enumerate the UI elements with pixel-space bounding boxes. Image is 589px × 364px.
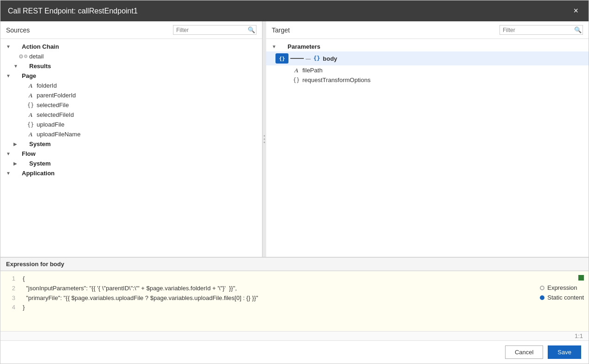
label-system-page: System: [29, 140, 51, 147]
svg-point-0: [264, 135, 265, 137]
label-parentFolderId: parentFolderId: [37, 92, 76, 99]
label-results: Results: [29, 63, 51, 70]
svg-point-2: [264, 142, 265, 143]
tree-item-flow[interactable]: Flow: [0, 149, 262, 159]
cancel-button[interactable]: Cancel: [505, 345, 543, 359]
tree-item-folderId[interactable]: A folderId: [0, 81, 262, 90]
tree-item-selectedFile[interactable]: {} selectedFile: [0, 100, 262, 110]
tree-item-requestTransformOptions[interactable]: {} requestTransformOptions: [266, 75, 589, 85]
label-application: Application: [22, 170, 55, 177]
dialog-title: Call REST Endpoint: callRestEndpoint1: [8, 7, 138, 15]
label-selectedFileId: selectedFileId: [37, 111, 74, 118]
label-requestTransformOptions: requestTransformOptions: [302, 77, 371, 83]
tree-item-action-chain[interactable]: Action Chain: [0, 42, 262, 51]
radio-static[interactable]: [540, 295, 544, 300]
label-body: body: [323, 55, 337, 62]
target-filter-wrap[interactable]: 🔍: [499, 25, 583, 35]
code-panel[interactable]: 1 { 2 "jsonInputParameters": "{{ '{ \"pa…: [0, 271, 589, 331]
arrow-application: [6, 171, 12, 176]
label-folderId: folderId: [37, 82, 57, 89]
expression-option-label: Expression: [547, 284, 577, 291]
main-area: Sources 🔍 Action Chain ⚙ detail: [0, 21, 589, 257]
radio-expression[interactable]: [540, 286, 544, 290]
title-bar: Call REST Endpoint: callRestEndpoint1 ×: [0, 0, 589, 21]
target-filter-input[interactable]: [503, 27, 572, 33]
target-title: Target: [272, 26, 290, 34]
code-line-3: 3 "primaryFile": "{{ $page.variables.upl…: [6, 294, 583, 303]
tree-item-filePath[interactable]: A filePath: [266, 65, 589, 75]
tree-item-uploadFileName[interactable]: A uploadFileName: [0, 129, 262, 139]
line-num-1: 1: [6, 274, 15, 284]
connector-area: {} —: [275, 53, 313, 64]
expression-sidebar: Expression Static content: [540, 284, 584, 301]
sources-search-icon: 🔍: [248, 26, 255, 33]
sources-filter-wrap[interactable]: 🔍: [173, 25, 256, 35]
splitter[interactable]: [262, 21, 266, 257]
static-content-option[interactable]: Static content: [540, 294, 584, 301]
tree-item-selectedFileId[interactable]: A selectedFileId: [0, 110, 262, 120]
arrow-action-chain: [6, 44, 12, 49]
icon-parameters: [277, 44, 286, 50]
icon-folderId: A: [26, 83, 35, 89]
icon-parentFolderId: A: [26, 92, 35, 99]
code-content-1: {: [23, 274, 25, 284]
icon-body: {}: [313, 55, 321, 62]
connector-line: [290, 58, 304, 59]
icon-requestTransformOptions: {}: [292, 77, 301, 83]
arrow-system-page: [13, 141, 19, 147]
tree-item-parameters[interactable]: Parameters: [266, 42, 589, 51]
sources-filter-input[interactable]: [176, 27, 246, 33]
target-header: Target 🔍: [266, 21, 589, 39]
code-content-2: "jsonInputParameters": "{{ '{ \"parentID…: [23, 284, 237, 294]
bottom-section: Expression for body 1 { 2 "jsonInputPara…: [0, 257, 589, 340]
sources-tree: Action Chain ⚙ detail Results Page: [0, 39, 262, 257]
label-filePath: filePath: [302, 67, 322, 74]
tree-item-uploadFile[interactable]: {} uploadFile: [0, 120, 262, 129]
target-tree: Parameters {} — {} body: [266, 39, 589, 257]
tree-item-page[interactable]: Page: [0, 71, 262, 81]
left-panel: Sources 🔍 Action Chain ⚙ detail: [0, 21, 262, 257]
code-line-1: 1 {: [6, 274, 583, 284]
tree-item-body[interactable]: {} — {} body: [266, 51, 589, 65]
tree-item-application[interactable]: Application: [0, 168, 262, 178]
label-page: Page: [22, 72, 36, 79]
status-bar: 1:1: [0, 331, 589, 340]
svg-point-1: [264, 139, 265, 140]
icon-system-flow: [19, 160, 27, 167]
footer: Cancel Save: [0, 340, 589, 364]
label-detail: detail: [29, 53, 44, 60]
icon-uploadFileName: A: [26, 131, 35, 138]
source-badge: {}: [275, 53, 288, 64]
expression-label: Expression for body: [0, 257, 589, 271]
sources-title: Sources: [6, 26, 30, 34]
label-uploadFileName: uploadFileName: [37, 131, 81, 138]
label-system-flow: System: [29, 160, 51, 167]
close-button[interactable]: ×: [570, 5, 581, 17]
save-button[interactable]: Save: [548, 345, 581, 359]
label-flow: Flow: [22, 150, 36, 157]
arrow-flow: [6, 151, 12, 156]
line-num-4: 4: [6, 303, 15, 313]
icon-selectedFile: {}: [26, 102, 35, 109]
icon-selectedFileId: A: [26, 112, 35, 118]
icon-page: [12, 73, 20, 79]
icon-action-chain: [12, 44, 20, 50]
tree-item-parentFolderId[interactable]: A parentFolderId: [0, 90, 262, 100]
target-search-icon: 🔍: [574, 26, 582, 33]
code-content-3: "primaryFile": "{{ $page.variables.uploa…: [23, 294, 258, 303]
tree-item-detail[interactable]: ⚙ detail: [0, 51, 262, 61]
tree-item-system-page[interactable]: System: [0, 139, 262, 149]
tree-item-system-flow[interactable]: System: [0, 159, 262, 168]
icon-results: [19, 63, 27, 70]
icon-flow: [12, 151, 20, 157]
tree-item-results[interactable]: Results: [0, 61, 262, 71]
arrow-system-flow: [13, 161, 19, 166]
code-line-4: 4 }: [6, 303, 583, 313]
expression-option[interactable]: Expression: [540, 284, 584, 291]
label-action-chain: Action Chain: [22, 43, 59, 50]
line-num-3: 3: [6, 294, 15, 303]
right-panel: Target 🔍 Parameters {}: [266, 21, 589, 257]
icon-system-page: [19, 141, 27, 147]
label-parameters: Parameters: [288, 43, 320, 50]
code-line-2: 2 "jsonInputParameters": "{{ '{ \"parent…: [6, 284, 583, 294]
